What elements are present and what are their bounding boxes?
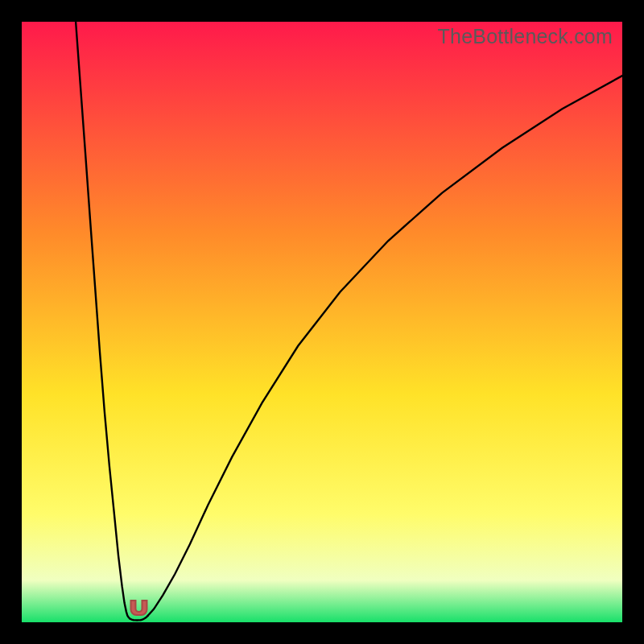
chart-svg (22, 22, 622, 622)
watermark-text: TheBottleneck.com (438, 25, 613, 48)
gradient-background (22, 22, 622, 622)
chart-frame: TheBottleneck.com (0, 0, 644, 644)
plot-area: TheBottleneck.com (22, 22, 622, 622)
